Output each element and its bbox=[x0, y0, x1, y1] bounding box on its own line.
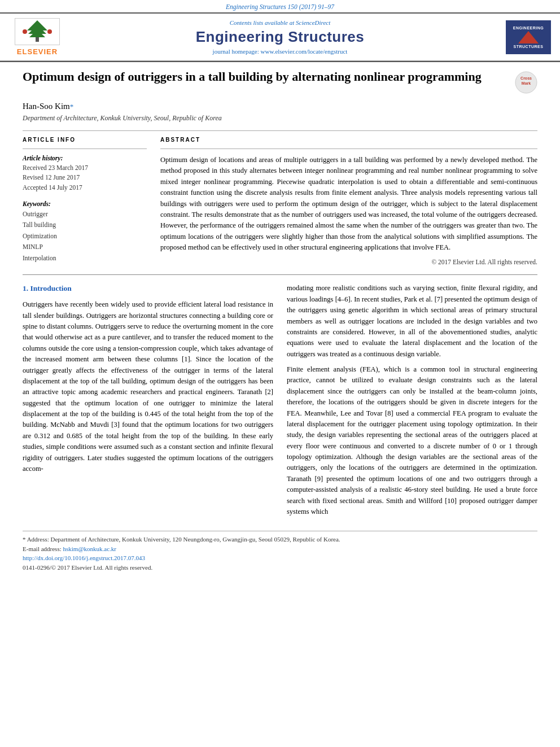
journal-ref-text: Engineering Structures 150 (2017) 91–97 bbox=[226, 3, 334, 10]
paper-container: Optimum design of outriggers in a tall b… bbox=[0, 69, 560, 572]
intro-p3: Finite element analysis (FEA), which is … bbox=[287, 364, 537, 517]
footnote-doi[interactable]: http://dx.doi.org/10.1016/j.engstruct.20… bbox=[23, 553, 537, 563]
author-name: Han-Soo Kim* bbox=[23, 102, 537, 111]
body-divider bbox=[23, 274, 537, 275]
body-col-left: 1. Introduction Outriggers have recently… bbox=[23, 283, 273, 522]
abstract-text: Optimum design of locations and areas of… bbox=[160, 155, 537, 253]
paper-title: Optimum design of outriggers in a tall b… bbox=[23, 69, 515, 85]
homepage-url[interactable]: www.elsevier.com/locate/engstruct bbox=[261, 48, 348, 55]
keyword-1: Outrigger bbox=[23, 209, 147, 220]
elsevier-wordmark: ELSEVIER bbox=[17, 47, 58, 56]
revised-date: Revised 12 June 2017 bbox=[23, 173, 147, 182]
svg-point-4 bbox=[23, 29, 27, 34]
sciencedirect-line: Contents lists available at ScienceDirec… bbox=[65, 19, 495, 26]
article-info-divider bbox=[23, 148, 147, 149]
keyword-3: Optimization bbox=[23, 231, 147, 242]
paper-title-area: Optimum design of outriggers in a tall b… bbox=[23, 69, 537, 94]
footnote-address-label: * Address: bbox=[23, 536, 49, 543]
journal-header: ELSEVIER Contents lists available at Sci… bbox=[0, 12, 560, 61]
contents-label: Contents lists available at bbox=[230, 19, 295, 26]
footnote-area: * Address: Department of Architecture, K… bbox=[23, 531, 537, 572]
doi-text: http://dx.doi.org/10.1016/j.engstruct.20… bbox=[23, 554, 145, 561]
elsevier-logo: ELSEVIER bbox=[9, 18, 65, 56]
article-info-abstract-section: ARTICLE INFO Article history: Received 2… bbox=[23, 137, 537, 265]
footnote-email: E-mail address: hskim@konkuk.ac.kr bbox=[23, 544, 537, 554]
journal-homepage: journal homepage: www.elsevier.com/locat… bbox=[65, 48, 495, 55]
header-divider bbox=[0, 61, 560, 62]
journal-center-section: Contents lists available at ScienceDirec… bbox=[65, 19, 495, 55]
footnote-email-text[interactable]: hskim@konkuk.ac.kr bbox=[63, 545, 116, 552]
right-logo-triangle bbox=[518, 31, 539, 43]
journal-title-header: Engineering Structures bbox=[65, 28, 495, 46]
svg-text:Cross: Cross bbox=[520, 76, 532, 80]
author-asterisk: * bbox=[70, 102, 74, 111]
copyright-line: © 2017 Elsevier Ltd. All rights reserved… bbox=[160, 259, 537, 265]
keywords-section: Keywords: Outrigger Tall building Optimi… bbox=[23, 200, 147, 264]
history-label: Article history: bbox=[23, 155, 147, 161]
author-name-text: Han-Soo Kim bbox=[23, 102, 70, 111]
journal-ref-bar: Engineering Structures 150 (2017) 91–97 bbox=[0, 0, 560, 12]
abstract-col: ABSTRACT Optimum design of locations and… bbox=[160, 137, 537, 265]
article-info-label: ARTICLE INFO bbox=[23, 137, 147, 143]
right-logo-line2: STRUCTURES bbox=[513, 45, 544, 49]
accepted-date: Accepted 14 July 2017 bbox=[23, 183, 147, 193]
article-info-col: ARTICLE INFO Article history: Received 2… bbox=[23, 137, 147, 265]
svg-point-5 bbox=[47, 29, 52, 34]
sciencedirect-link-text[interactable]: ScienceDirect bbox=[296, 19, 330, 26]
abstract-label: ABSTRACT bbox=[160, 137, 537, 143]
affiliation: Department of Architecture, Konkuk Unive… bbox=[23, 114, 537, 123]
intro-heading: 1. Introduction bbox=[23, 283, 273, 295]
elsevier-logo-box bbox=[15, 18, 60, 45]
footnote-address: * Address: Department of Architecture, K… bbox=[23, 535, 537, 544]
crossmark-logo: Cross Mark bbox=[515, 71, 537, 94]
keyword-2: Tall building bbox=[23, 220, 147, 231]
keyword-5: Interpolation bbox=[23, 253, 147, 264]
intro-p1: Outriggers have recently been widely use… bbox=[23, 299, 273, 474]
body-col-right: modating more realistic conditions such … bbox=[287, 283, 537, 522]
footnote-email-label: E-mail address: bbox=[23, 545, 62, 552]
footnote-address-text: Department of Architecture, Konkuk Unive… bbox=[51, 536, 340, 543]
engineering-structures-logo: ENGINEERING STRUCTURES bbox=[506, 20, 551, 54]
article-history: Article history: Received 23 March 2017 … bbox=[23, 155, 147, 193]
keywords-label: Keywords: bbox=[23, 200, 147, 207]
homepage-label: journal homepage: bbox=[213, 48, 259, 55]
abstract-divider bbox=[160, 148, 537, 149]
body-section: 1. Introduction Outriggers have recently… bbox=[23, 283, 537, 522]
received-date: Received 23 March 2017 bbox=[23, 163, 147, 173]
paper-divider bbox=[23, 130, 537, 131]
svg-text:Mark: Mark bbox=[522, 81, 531, 85]
keyword-4: MINLP bbox=[23, 242, 147, 253]
right-logo-line1: ENGINEERING bbox=[513, 26, 544, 30]
intro-p2: modating more realistic conditions such … bbox=[287, 283, 537, 360]
right-logo-area: ENGINEERING STRUCTURES bbox=[495, 20, 551, 54]
footnote-issn: 0141-0296/© 2017 Elsevier Ltd. All right… bbox=[23, 563, 537, 573]
crossmark-svg: Cross Mark bbox=[515, 71, 537, 94]
elsevier-tree-svg bbox=[17, 19, 58, 44]
